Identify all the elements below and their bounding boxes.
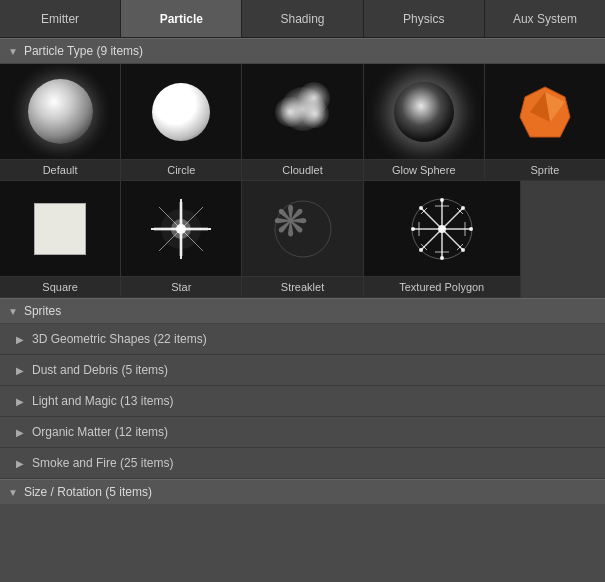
cloudlet-blob-4 [301, 100, 329, 128]
particle-preview-streaklet: ❋ [242, 181, 362, 276]
particle-label-star: Star [121, 276, 241, 297]
particle-type-arrow: ▼ [8, 46, 18, 57]
tab-particle[interactable]: Particle [121, 0, 242, 37]
particle-label-glow-sphere: Glow Sphere [364, 159, 484, 180]
size-rotation-section-header[interactable]: ▼ Size / Rotation (5 items) [0, 479, 605, 504]
sprite-item-smoke-fire[interactable]: ▶ Smoke and Fire (25 items) [0, 448, 605, 479]
particle-preview-square [0, 181, 120, 276]
svg-point-38 [438, 225, 446, 233]
sprites-section-arrow: ▼ [8, 306, 18, 317]
particle-preview-sprite [485, 64, 605, 159]
sprite-item-3d-geometric[interactable]: ▶ 3D Geometric Shapes (22 items) [0, 324, 605, 355]
square-particle-visual [34, 203, 86, 255]
particle-preview-textured-polygon [364, 181, 520, 276]
sprite-item-light-magic[interactable]: ▶ Light and Magic (13 items) [0, 386, 605, 417]
particle-cell-textured-polygon[interactable]: Textured Polygon [364, 181, 521, 298]
particle-row-1: Default Circle Cloudlet Glow Sphere [0, 64, 605, 181]
tab-bar: Emitter Particle Shading Physics Aux Sys… [0, 0, 605, 38]
sprite-item-label-smoke: Smoke and Fire [32, 456, 117, 470]
circle-particle-visual [152, 83, 210, 141]
particle-cell-cloudlet[interactable]: Cloudlet [242, 64, 363, 181]
star-svg [146, 194, 216, 264]
sprite-svg [515, 82, 575, 142]
particle-cell-circle[interactable]: Circle [121, 64, 242, 181]
size-section-arrow: ▼ [8, 487, 18, 498]
sprite-item-label-dust: Dust and Debris [32, 363, 118, 377]
sprite-item-label-organic: Organic Matter [32, 425, 111, 439]
star-particle-visual [146, 194, 216, 264]
particle-cell-sprite[interactable]: Sprite [485, 64, 605, 181]
size-section-count: (5 items) [105, 485, 152, 499]
particle-type-section-header[interactable]: ▼ Particle Type (9 items) [0, 38, 605, 64]
svg-point-35 [461, 206, 465, 210]
particle-row-2: Square [0, 181, 605, 298]
svg-text:❋: ❋ [273, 199, 308, 245]
particle-preview-cloudlet [242, 64, 362, 159]
particle-preview-star [121, 181, 241, 276]
tab-aux-system[interactable]: Aux System [485, 0, 605, 37]
sprite-item-dust-debris[interactable]: ▶ Dust and Debris (5 items) [0, 355, 605, 386]
sprite-arrow-3d: ▶ [16, 334, 24, 345]
particle-label-circle: Circle [121, 159, 241, 180]
particle-preview-glow-sphere [364, 64, 484, 159]
sprite-item-label-light: Light and Magic [32, 394, 117, 408]
particle-type-count: (9 items) [96, 44, 143, 58]
svg-point-30 [440, 198, 444, 202]
size-section-label: Size / Rotation [24, 485, 102, 499]
particle-label-textured-polygon: Textured Polygon [364, 276, 520, 297]
sprites-section-label: Sprites [24, 304, 61, 318]
svg-point-34 [419, 206, 423, 210]
sprite-arrow-light: ▶ [16, 396, 24, 407]
sprites-section: ▶ 3D Geometric Shapes (22 items) ▶ Dust … [0, 324, 605, 479]
svg-point-31 [440, 256, 444, 260]
particle-cell-default[interactable]: Default [0, 64, 121, 181]
particle-label-streaklet: Streaklet [242, 276, 362, 297]
svg-point-32 [411, 227, 415, 231]
sprite-item-organic-matter[interactable]: ▶ Organic Matter (12 items) [0, 417, 605, 448]
particle-cell-glow-sphere[interactable]: Glow Sphere [364, 64, 485, 181]
sprite-item-count-light: (13 items) [120, 394, 173, 408]
sprite-item-count-smoke: (25 items) [120, 456, 173, 470]
tab-shading[interactable]: Shading [242, 0, 363, 37]
sprite-polygon-visual [515, 82, 575, 142]
particle-cell-square[interactable]: Square [0, 181, 121, 298]
tab-emitter[interactable]: Emitter [0, 0, 121, 37]
streaklet-svg: ❋ [268, 194, 338, 264]
particle-cell-streaklet[interactable]: ❋ Streaklet [242, 181, 363, 298]
cloudlet-blob-3 [275, 97, 305, 127]
tab-physics[interactable]: Physics [364, 0, 485, 37]
sprite-arrow-smoke: ▶ [16, 458, 24, 469]
default-particle-visual [28, 79, 93, 144]
svg-point-36 [419, 248, 423, 252]
cloudlet-particle-visual [273, 82, 333, 142]
sprite-item-count-3d: (22 items) [153, 332, 206, 346]
sprite-arrow-dust: ▶ [16, 365, 24, 376]
sprite-item-count-organic: (12 items) [115, 425, 168, 439]
particle-label-square: Square [0, 276, 120, 297]
svg-point-33 [469, 227, 473, 231]
particle-preview-circle [121, 64, 241, 159]
sprite-item-count-dust: (5 items) [121, 363, 168, 377]
svg-point-37 [461, 248, 465, 252]
glow-sphere-visual [394, 82, 454, 142]
sprites-section-header[interactable]: ▼ Sprites [0, 298, 605, 324]
textured-polygon-visual [407, 194, 477, 264]
sprite-item-label-3d: 3D Geometric Shapes [32, 332, 150, 346]
particle-type-label: Particle Type [24, 44, 93, 58]
sprite-arrow-organic: ▶ [16, 427, 24, 438]
streaklet-particle-visual: ❋ [268, 194, 338, 264]
particle-cell-star[interactable]: Star [121, 181, 242, 298]
particle-label-cloudlet: Cloudlet [242, 159, 362, 180]
textured-polygon-svg [407, 194, 477, 264]
particle-preview-default [0, 64, 120, 159]
particle-label-default: Default [0, 159, 120, 180]
particle-label-sprite: Sprite [485, 159, 605, 180]
